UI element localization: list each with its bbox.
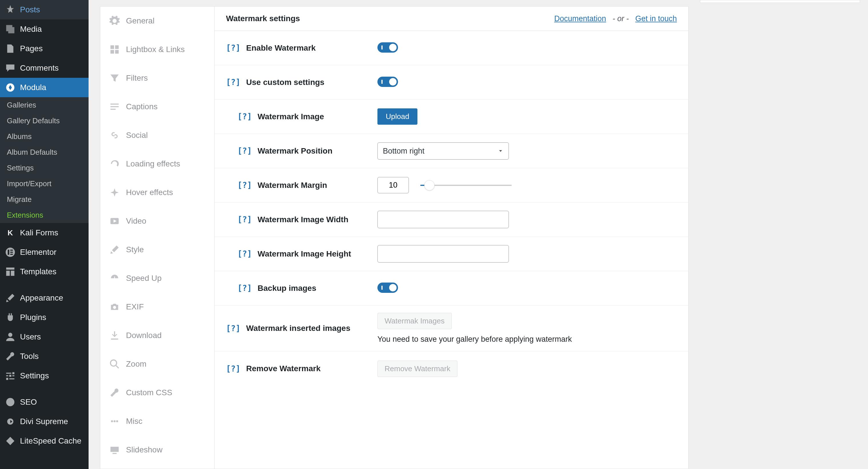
sub-albums[interactable]: Albums [0,129,89,144]
sub-migrate[interactable]: Migrate [0,192,89,207]
nav-pages[interactable]: Pages [0,39,89,58]
tab-hover[interactable]: Hover effects [100,178,214,207]
nav-label: Elementor [20,248,57,257]
margin-input[interactable] [377,177,409,193]
remove-watermark-button[interactable]: Remove Watermark [377,361,458,377]
get-in-touch-link[interactable]: Get in touch [635,14,677,23]
tab-general[interactable]: General [100,7,214,35]
tab-label: Misc [126,417,143,426]
comment-icon [5,62,16,74]
litespeed-icon [5,435,16,447]
nav-seo[interactable]: SEO [0,392,89,412]
position-select[interactable]: Bottom right [377,142,509,159]
tab-zoom[interactable]: Zoom [100,350,214,378]
tab-video[interactable]: Video [100,207,214,235]
slideshow-icon [108,444,121,456]
nav-kali-forms[interactable]: K Kali Forms [0,223,89,242]
field-label: Watermark Image Width [258,215,348,224]
nav-divi[interactable]: Divi Supreme [0,412,89,431]
help-icon[interactable]: [?] [238,249,252,259]
sub-extensions[interactable]: Extensions [0,207,89,223]
margin-slider[interactable] [420,185,512,186]
width-input[interactable] [377,211,509,228]
height-input[interactable] [377,245,509,263]
nav-media[interactable]: Media [0,20,89,39]
field-label: Watermark Image [258,112,324,121]
tab-download[interactable]: Download [100,321,214,350]
field-label: Remove Watermark [246,364,320,373]
tab-exif[interactable]: EXIF [100,293,214,321]
help-icon[interactable]: [?] [238,180,252,190]
media-icon [5,24,16,35]
help-icon[interactable]: [?] [226,78,241,87]
nav-label: Users [20,332,41,342]
sub-gallery-defaults[interactable]: Gallery Defaults [0,113,89,129]
field-label: Backup images [258,284,316,293]
sub-album-defaults[interactable]: Album Defaults [0,144,89,160]
help-icon[interactable]: [?] [226,324,241,333]
tab-slideshow[interactable]: Slideshow [100,436,214,464]
upload-button[interactable]: Upload [377,108,417,125]
camera-icon [108,300,121,313]
tab-social[interactable]: Social [100,121,214,150]
tab-misc[interactable]: Misc [100,407,214,436]
help-icon[interactable]: [?] [238,215,252,224]
nav-settings[interactable]: Settings [0,366,89,385]
tab-speedup[interactable]: Speed Up [100,264,214,293]
help-icon[interactable]: [?] [226,364,241,374]
sub-import-export[interactable]: Import/Export [0,176,89,192]
documentation-link[interactable]: Documentation [554,14,606,23]
help-icon[interactable]: [?] [238,146,252,155]
k-icon: K [5,227,16,238]
tab-style[interactable]: Style [100,235,214,264]
plug-icon [5,312,16,323]
nav-posts[interactable]: Posts [0,0,89,20]
modula-submenu: Galleries Gallery Defaults Albums Album … [0,97,89,223]
side-column [700,0,860,469]
nav-label: Settings [20,371,49,380]
custom-settings-toggle[interactable] [377,77,398,87]
nav-litespeed[interactable]: LiteSpeed Cache [0,431,89,451]
admin-sidebar: Posts Media Pages Comments Modula Galler… [0,0,89,469]
nav-modula[interactable]: Modula [0,78,89,97]
svg-rect-3 [10,252,13,253]
refresh-icon [108,157,121,170]
field-label: Watermark Margin [258,181,327,190]
sub-settings[interactable]: Settings [0,160,89,176]
help-icon[interactable]: [?] [226,43,241,53]
row-custom-settings: [?] Use custom settings [215,65,688,99]
row-backup-images: [?] Backup images [215,271,688,305]
row-watermark-image: [?] Watermark Image Upload [215,99,688,134]
backup-images-toggle[interactable] [377,283,398,293]
nav-tools[interactable]: Tools [0,347,89,366]
nav-label: Divi Supreme [20,417,68,426]
watermark-images-button[interactable]: Watermak Images [377,313,452,329]
nav-label: Plugins [20,313,46,322]
nav-appearance[interactable]: Appearance [0,288,89,308]
help-icon[interactable]: [?] [238,284,252,293]
nav-users[interactable]: Users [0,327,89,347]
help-icon[interactable]: [?] [238,112,252,121]
tab-filters[interactable]: Filters [100,64,214,92]
row-watermark-width: [?] Watermark Image Width [215,203,688,237]
svg-rect-1 [8,250,9,255]
download-icon [108,329,121,342]
sub-galleries[interactable]: Galleries [0,97,89,113]
tab-customcss[interactable]: Custom CSS [100,378,214,407]
nav-comments[interactable]: Comments [0,58,89,78]
divi-icon [5,416,16,427]
enable-watermark-toggle[interactable] [377,42,398,53]
pin-icon [5,4,16,16]
tab-captions[interactable]: Captions [100,92,214,121]
nav-elementor[interactable]: Elementor [0,242,89,262]
nav-plugins[interactable]: Plugins [0,308,89,327]
tab-lightbox[interactable]: Lightbox & Links [100,35,214,64]
tab-label: Captions [126,102,158,111]
tab-label: Loading effects [126,159,180,169]
tab-loading[interactable]: Loading effects [100,150,214,178]
page-icon [5,43,16,54]
svg-point-5 [8,333,12,337]
svg-point-12 [116,420,118,422]
panel-links: Documentation - or - Get in touch [554,14,677,23]
nav-templates[interactable]: Templates [0,262,89,282]
